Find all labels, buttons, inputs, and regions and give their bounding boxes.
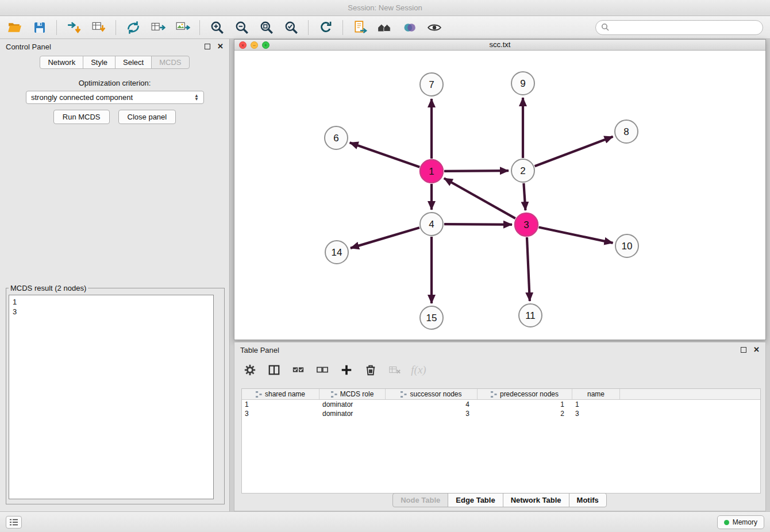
share-document-icon[interactable]: [352, 20, 368, 35]
table-panel-title: Table Panel: [240, 346, 279, 354]
select-all-icon[interactable]: [291, 363, 305, 377]
export-network-icon[interactable]: [125, 20, 141, 35]
cell-shared-name[interactable]: 1: [242, 400, 319, 408]
show-columns-icon[interactable]: [267, 363, 281, 377]
float-panel-icon[interactable]: [741, 347, 746, 353]
network-view-window: × − + scc.txt 7968124314101511: [234, 39, 766, 340]
close-window-icon[interactable]: ×: [239, 41, 247, 49]
node-4[interactable]: 4: [420, 213, 443, 236]
node-8[interactable]: 8: [615, 120, 638, 143]
column-header-successor-nodes[interactable]: successor nodes: [386, 389, 478, 399]
tab-network-table[interactable]: Network Table: [503, 493, 569, 507]
column-header-shared-name[interactable]: shared name: [242, 389, 319, 399]
edge-1-6[interactable]: [350, 142, 420, 167]
network-window-titlebar[interactable]: × − + scc.txt: [234, 40, 765, 51]
memory-button[interactable]: Memory: [717, 515, 764, 529]
toolbar-separator: [56, 20, 57, 35]
table-row[interactable]: 1 dominator 4 1 1: [242, 400, 760, 409]
refresh-layout-icon[interactable]: [318, 20, 333, 35]
search-input[interactable]: [613, 24, 757, 32]
tab-node-table[interactable]: Node Table: [392, 493, 448, 507]
mcds-result-box[interactable]: 1 3: [9, 295, 214, 499]
cell-predecessor-nodes[interactable]: 1: [478, 400, 572, 408]
cell-successor-nodes[interactable]: 4: [386, 400, 478, 408]
minimize-window-icon[interactable]: −: [251, 41, 258, 49]
edge-2-3[interactable]: [523, 183, 525, 210]
float-panel-icon[interactable]: [205, 44, 210, 49]
edge-3-11[interactable]: [527, 237, 530, 301]
toolbar-separator: [308, 20, 309, 35]
zoom-fit-icon[interactable]: [259, 20, 274, 35]
node-7[interactable]: 7: [420, 73, 443, 96]
import-table-icon[interactable]: [91, 20, 106, 35]
tab-edge-table[interactable]: Edge Table: [448, 493, 503, 507]
control-panel-header: Control Panel ✕: [0, 39, 229, 54]
import-network-icon[interactable]: [66, 20, 82, 35]
run-mcds-button[interactable]: Run MCDS: [53, 110, 110, 124]
optimization-criterion-label: Optimization criterion:: [0, 79, 229, 87]
edge-3-10[interactable]: [539, 228, 613, 243]
node-2[interactable]: 2: [511, 159, 534, 182]
add-column-icon[interactable]: [339, 363, 353, 377]
tab-motifs[interactable]: Motifs: [569, 493, 607, 507]
node-1[interactable]: 1: [420, 160, 443, 183]
node-6[interactable]: 6: [325, 126, 348, 149]
search-icon: [601, 23, 609, 33]
table-settings-gear-icon[interactable]: [242, 363, 257, 377]
node-label: 8: [623, 126, 629, 137]
cell-shared-name[interactable]: 3: [242, 410, 319, 418]
table-row[interactable]: 3 dominator 3 2 3: [242, 409, 760, 418]
sort-icon: [401, 391, 407, 398]
open-session-icon[interactable]: [7, 20, 22, 35]
node-10[interactable]: 10: [615, 234, 638, 257]
export-image-icon[interactable]: [175, 20, 190, 35]
cell-name[interactable]: 3: [572, 410, 620, 418]
tab-select[interactable]: Select: [115, 56, 152, 69]
deselect-all-icon[interactable]: [315, 363, 329, 377]
edge-4-14[interactable]: [351, 228, 419, 248]
column-header-predecessor-nodes[interactable]: predecessor nodes: [478, 389, 572, 399]
optimization-criterion-select[interactable]: strongly connected component ▲▼: [26, 91, 204, 104]
zoom-window-icon[interactable]: +: [262, 41, 270, 49]
zoom-selected-icon[interactable]: [283, 20, 299, 35]
save-session-icon[interactable]: [32, 20, 47, 35]
cell-successor-nodes[interactable]: 3: [386, 410, 478, 418]
style-venn-icon[interactable]: [402, 20, 417, 35]
edge-3-1[interactable]: [444, 178, 515, 218]
edge-1-2[interactable]: [444, 171, 509, 171]
network-canvas[interactable]: 7968124314101511: [234, 51, 765, 340]
tab-style[interactable]: Style: [83, 56, 116, 69]
chevron-updown-icon: ▲▼: [194, 94, 199, 101]
mcds-buttons: Run MCDS Close panel: [0, 110, 229, 124]
network-graph[interactable]: 7968124314101511: [234, 51, 765, 340]
traffic-lights: × − +: [239, 41, 270, 49]
column-header-mcds-role[interactable]: MCDS role: [319, 389, 386, 399]
cell-predecessor-nodes[interactable]: 2: [478, 410, 572, 418]
zoom-in-icon[interactable]: [209, 20, 225, 35]
tab-mcds[interactable]: MCDS: [151, 56, 189, 69]
table-panel: Table Panel ✕: [234, 342, 766, 511]
task-list-icon[interactable]: [6, 516, 22, 529]
export-table-icon[interactable]: [150, 20, 165, 35]
cell-mcds-role[interactable]: dominator: [319, 400, 386, 408]
tab-network[interactable]: Network: [40, 56, 83, 69]
node-9[interactable]: 9: [511, 72, 534, 95]
delete-column-trash-icon[interactable]: [363, 363, 378, 377]
edge-2-8[interactable]: [535, 137, 613, 166]
close-panel-button[interactable]: Close panel: [118, 110, 176, 124]
zoom-out-icon[interactable]: [234, 20, 249, 35]
column-header-name[interactable]: name: [572, 389, 620, 399]
show-hide-eye-icon[interactable]: [426, 20, 442, 35]
close-panel-icon[interactable]: ✕: [753, 347, 760, 353]
edge-4-3[interactable]: [444, 224, 512, 225]
cell-name[interactable]: 1: [572, 400, 620, 408]
global-search[interactable]: [595, 20, 763, 35]
cell-mcds-role[interactable]: dominator: [319, 410, 386, 418]
home-networks-icon[interactable]: [377, 20, 392, 35]
close-panel-icon[interactable]: ✕: [217, 44, 224, 49]
node-15[interactable]: 15: [420, 306, 443, 329]
node-14[interactable]: 14: [325, 241, 348, 264]
node-label: 15: [426, 313, 437, 323]
node-11[interactable]: 11: [519, 304, 542, 327]
node-3[interactable]: 3: [515, 213, 538, 236]
